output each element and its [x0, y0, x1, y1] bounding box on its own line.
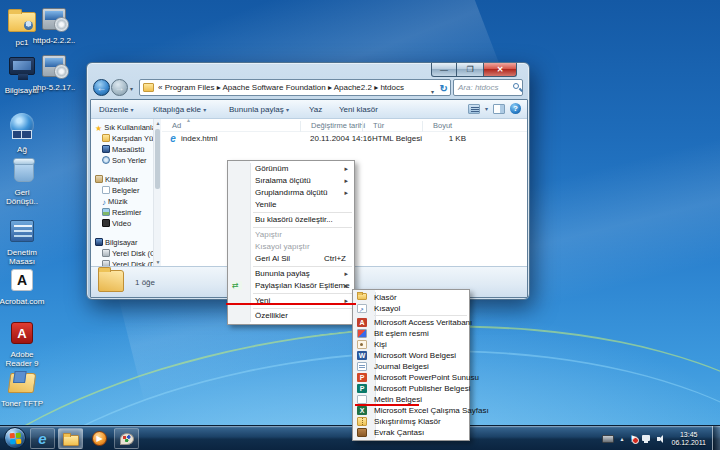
menu-item-ozellikler[interactable]: Özellikler — [228, 310, 354, 322]
sidebar-scrollbar[interactable]: ▲ ▼ — [153, 119, 161, 266]
menu-item-bununla-paylas[interactable]: Bununla paylaş▸ — [228, 268, 354, 280]
submenu-item-powerpoint[interactable]: Microsoft PowerPoint Sunusu — [353, 372, 469, 383]
preview-pane-icon[interactable] — [493, 104, 505, 114]
icon-label: Geri Dönüşü.. — [0, 188, 44, 206]
taskbar-wmp-button[interactable]: ▶ — [92, 431, 107, 446]
sidebar-item-libraries[interactable]: Kitaplıklar — [95, 175, 138, 184]
menu-separator — [253, 266, 352, 267]
views-icon[interactable] — [468, 104, 480, 114]
menu-item-gorunum[interactable]: Görünüm▸ — [228, 163, 354, 175]
annotation-underline-metin-belgesi — [355, 404, 419, 406]
desktop-icon-php[interactable]: php-5.2.17.. — [26, 53, 82, 92]
submenu-arrow-icon: ▸ — [344, 268, 348, 280]
taskbar-paint-button[interactable] — [114, 428, 139, 449]
forward-button[interactable]: → — [111, 79, 128, 96]
submenu-item-sikistirilmis-klasor[interactable]: Sıkıştırılmış Klasör — [353, 416, 469, 427]
submenu-item-journal[interactable]: Journal Belgesi — [353, 361, 469, 372]
close-button[interactable]: ✕ — [483, 63, 517, 77]
desktop-icon-denetim-masasi[interactable]: Denetim Masası — [0, 218, 50, 266]
toolbar-yeni-klasor[interactable]: Yeni klasör — [339, 105, 378, 114]
sidebar-item-documents[interactable]: Belgeler — [102, 186, 140, 195]
menu-item-yenile[interactable]: Yenile — [228, 199, 354, 211]
documents-icon — [102, 186, 110, 194]
toolbar-yaz[interactable]: Yaz — [309, 105, 322, 114]
maximize-button[interactable]: ❐ — [457, 63, 483, 77]
address-dropdown-icon[interactable]: ▾ — [431, 85, 434, 96]
sidebar-item-music[interactable]: ♪Müzik — [102, 197, 128, 206]
sidebar-item-recent[interactable]: Son Yerler — [102, 156, 147, 165]
desktop-icon-toner-tftp[interactable]: Toner TFTP — [0, 370, 50, 408]
file-size: 1 KB — [422, 132, 466, 146]
column-header-date[interactable]: Değiştirme tarihi — [300, 121, 362, 132]
submenu-item-kisayol[interactable]: Kısayol — [353, 303, 469, 314]
submenu-item-excel[interactable]: Microsoft Excel Çalışma Sayfası — [353, 405, 469, 416]
chevron-down-icon: ▾ — [203, 107, 206, 113]
submenu-item-evrak-cantasi[interactable]: Evrak Çantası — [353, 427, 469, 438]
submenu-item-publisher[interactable]: Microsoft Publisher Belgesi — [353, 383, 469, 394]
scroll-down-icon[interactable]: ▼ — [155, 259, 161, 265]
toolbar-duzenle[interactable]: Düzenle ▾ — [99, 105, 134, 114]
sidebar-item-disk-c[interactable]: Yerel Disk (C:) — [102, 249, 153, 258]
desktop-icon-adobe-reader[interactable]: Adobe Reader 9 — [0, 320, 50, 368]
back-button[interactable]: ← — [93, 79, 110, 96]
submenu-item-klasor[interactable]: Klasör — [353, 292, 469, 303]
volume-icon[interactable] — [657, 434, 666, 443]
menu-item-siralama-olcutu[interactable]: Sıralama ölçütü▸ — [228, 175, 354, 187]
desktop-icon-ag[interactable]: Ağ — [0, 112, 50, 154]
breadcrumb[interactable]: « Program Files ▸ Apache Software Founda… — [158, 83, 404, 92]
desktop: pc1 httpd-2.2.2.. Bilgisayar php-5.2.17.… — [0, 0, 720, 450]
show-desktop-button[interactable] — [712, 426, 720, 450]
shortcut-icon — [357, 304, 367, 313]
column-header-type[interactable]: Tür — [362, 121, 422, 132]
taskbar-clock[interactable]: 13:45 06.12.2011 — [671, 431, 706, 447]
desktop-icon-geri-donusum[interactable]: Geri Dönüşü.. — [0, 158, 50, 206]
submenu-item-kisi[interactable]: Kişi — [353, 339, 469, 350]
search-icon[interactable] — [513, 83, 519, 89]
refresh-icon[interactable]: ↻ — [440, 81, 448, 96]
submenu-item-access[interactable]: Microsoft Access Veritabanı — [353, 317, 469, 328]
column-header-name[interactable]: Ad — [162, 121, 300, 130]
text-document-icon — [357, 395, 367, 404]
toolbar-kitapliga-ekle[interactable]: Kitaplığa ekle ▾ — [153, 105, 206, 114]
address-bar[interactable]: « Program Files ▸ Apache Software Founda… — [139, 79, 451, 96]
file-type: HTML Belgesi — [372, 132, 422, 146]
menu-item-bu-klasoru-ozellestir[interactable]: Bu klasörü özelleştir... — [228, 214, 354, 226]
help-icon[interactable]: ? — [510, 103, 521, 114]
network-icon[interactable] — [642, 435, 652, 443]
menu-item-yeni[interactable]: Yeni▸ — [228, 295, 354, 307]
tray-device-icon[interactable] — [602, 435, 614, 443]
start-button[interactable] — [4, 427, 26, 449]
icon-label: Denetim Masası — [0, 248, 44, 266]
sidebar-item-favorites[interactable]: ★Sık Kullanılanlar — [95, 123, 153, 132]
scrollbar-thumb[interactable] — [155, 129, 160, 189]
sidebar-item-video[interactable]: Video — [102, 219, 131, 228]
sidebar-item-downloads[interactable]: Karşıdan Yüklem — [102, 134, 153, 143]
desktop-icon-httpd[interactable]: httpd-2.2.2.. — [26, 6, 82, 45]
menu-item-gruplandirma-olcutu[interactable]: Gruplandırma ölçütü▸ — [228, 187, 354, 199]
tray-expand-icon[interactable]: ▲ — [619, 436, 624, 442]
scroll-up-icon[interactable]: ▲ — [155, 120, 161, 126]
views-dropdown-icon[interactable]: ▾ — [485, 105, 488, 112]
sidebar-item-computer[interactable]: Bilgisayar — [95, 238, 138, 247]
column-header-size[interactable]: Boyut — [422, 121, 468, 132]
html-file-icon: e — [168, 134, 178, 144]
menu-item-geri-al-sil[interactable]: Geri Al SilCtrl+Z — [228, 253, 354, 265]
taskbar-explorer-button[interactable] — [58, 428, 83, 449]
history-dropdown-icon[interactable]: ▾ — [130, 85, 133, 92]
zip-folder-icon — [357, 417, 367, 426]
chevron-down-icon: ▾ — [131, 107, 134, 113]
submenu-item-word[interactable]: Microsoft Word Belgesi — [353, 350, 469, 361]
minimize-button[interactable]: — — [431, 63, 457, 77]
sidebar-item-desktop[interactable]: Masaüstü — [102, 145, 145, 154]
sidebar-item-pictures[interactable]: Resimler — [102, 208, 142, 217]
installer-icon — [42, 55, 66, 77]
taskbar-ie-button[interactable]: e — [30, 428, 55, 449]
menu-item-paylasilan-klasor-esitleme[interactable]: Paylaşılan Klasör Eşitleme▸ — [228, 280, 354, 292]
submenu-item-bitmap[interactable]: Bit eşlem resmi — [353, 328, 469, 339]
toolbar-bununla-paylas[interactable]: Bununla paylaş ▾ — [229, 105, 289, 114]
folder-icon — [63, 435, 79, 446]
search-input[interactable]: Ara: htdocs — [453, 79, 523, 96]
desktop-icon-acrobat[interactable]: Acrobat.com — [0, 267, 50, 306]
file-row-index-html[interactable]: eindex.html 20.11.2004 14:16 HTML Belges… — [162, 132, 527, 146]
action-center-flag-icon[interactable]: ⚑ — [629, 434, 637, 444]
